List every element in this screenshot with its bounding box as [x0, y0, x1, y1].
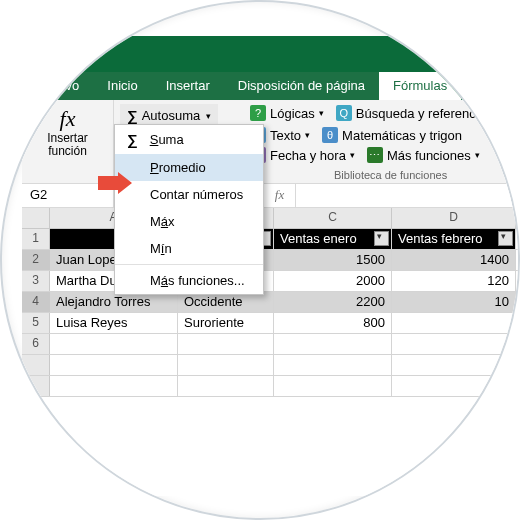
table-row: 3 Martha Duarte Sur 2000 120 [22, 271, 520, 292]
tab-archivo[interactable]: Archivo [22, 72, 93, 100]
insert-function-group[interactable]: fx Insertar función [22, 100, 114, 183]
col-head-c[interactable]: C [274, 208, 392, 228]
math-icon: θ [322, 127, 338, 143]
tab-insertar[interactable]: Insertar [152, 72, 224, 100]
excel-window: Archivo Inicio Insertar Disposición de p… [22, 36, 520, 496]
insert-function-label2: función [22, 145, 113, 158]
menu-promedio[interactable]: Promedio [115, 154, 263, 181]
table-row [22, 376, 520, 397]
row-head-1[interactable]: 1 [22, 229, 50, 249]
menu-suma[interactable]: ∑Suma [115, 125, 263, 154]
cell[interactable] [178, 334, 274, 354]
math-button[interactable]: θMatemáticas y trigon [322, 127, 462, 143]
row-head[interactable]: 2 [22, 250, 50, 270]
fx-small-icon[interactable]: fx [264, 184, 296, 207]
cell[interactable]: Luisa Reyes [50, 313, 178, 333]
row-head[interactable] [22, 355, 50, 375]
menu-contar[interactable]: Contar números [115, 181, 263, 208]
cell[interactable]: 2000 [274, 271, 392, 291]
cell[interactable]: Occidente [178, 292, 274, 312]
table-row: 4 Alejandro Torres Occidente 2200 10 [22, 292, 520, 313]
menu-min[interactable]: Mín [115, 235, 263, 262]
cell[interactable]: 1400 [392, 250, 516, 270]
cell[interactable]: 10 [392, 292, 516, 312]
title-bar [22, 36, 520, 72]
tab-formulas[interactable]: Fórmulas [379, 72, 461, 100]
row-head[interactable]: 4 [22, 292, 50, 312]
svg-marker-0 [98, 172, 132, 194]
spreadsheet-grid: A B C D 1 Ventas enero Ventas febrero 2 … [22, 208, 520, 397]
menu-max[interactable]: Máx [115, 208, 263, 235]
header-cell[interactable]: Ventas febrero [392, 229, 516, 249]
header-cell[interactable]: Ventas enero [274, 229, 392, 249]
row-head[interactable]: 5 [22, 313, 50, 333]
library-label: Biblioteca de funciones [334, 169, 447, 181]
tab-disposicion[interactable]: Disposición de página [224, 72, 379, 100]
formula-bar-row: G2 fx [22, 184, 520, 208]
lookup-button[interactable]: QBúsqueda y referencia [336, 105, 486, 121]
pointer-arrow-icon [98, 172, 132, 194]
table-row: 6 [22, 334, 520, 355]
ribbon-tabs: Archivo Inicio Insertar Disposición de p… [22, 72, 520, 100]
row-head[interactable]: 3 [22, 271, 50, 291]
sigma-icon: ∑ [127, 107, 138, 124]
fx-icon: fx [22, 106, 113, 132]
select-all-corner[interactable] [22, 208, 50, 228]
formula-bar[interactable] [296, 184, 520, 207]
cell[interactable]: 2200 [274, 292, 392, 312]
cell[interactable] [392, 334, 516, 354]
filter-icon[interactable] [374, 231, 389, 246]
table-header-row: 1 Ventas enero Ventas febrero [22, 229, 520, 250]
more-icon: ⋯ [367, 147, 383, 163]
more-functions-button[interactable]: ⋯Más funciones▾ [367, 147, 480, 163]
logic-icon: ? [250, 105, 266, 121]
autosum-dropdown: ∑Suma Promedio Contar números Máx Mín Má… [114, 124, 264, 295]
tab-inicio[interactable]: Inicio [93, 72, 151, 100]
table-row: 2 Juan Lopez Norte 1500 1400 [22, 250, 520, 271]
lookup-icon: Q [336, 105, 352, 121]
table-row: 5 Luisa Reyes Suroriente 800 [22, 313, 520, 334]
filter-icon[interactable] [498, 231, 513, 246]
cell[interactable] [274, 334, 392, 354]
date-button[interactable]: ◷Fecha y hora▾ [250, 147, 355, 163]
col-head-d[interactable]: D [392, 208, 516, 228]
cell[interactable] [392, 313, 516, 333]
cell[interactable] [50, 334, 178, 354]
menu-mas-funciones[interactable]: Más funciones... [115, 267, 263, 294]
autosum-label: Autosuma [142, 108, 201, 123]
cell[interactable]: Suroriente [178, 313, 274, 333]
cell[interactable]: 120 [392, 271, 516, 291]
menu-separator [115, 264, 263, 265]
cell[interactable]: Alejandro Torres [50, 292, 178, 312]
logic-button[interactable]: ?Lógicas▾ [250, 105, 324, 121]
chevron-down-icon: ▾ [206, 111, 211, 121]
cell[interactable]: 800 [274, 313, 392, 333]
cell[interactable]: 1500 [274, 250, 392, 270]
row-head[interactable]: 6 [22, 334, 50, 354]
ribbon: fx Insertar función ∑ Autosuma ▾ ?Lógica… [22, 100, 520, 184]
tab-datos[interactable]: Da [461, 72, 506, 100]
table-row [22, 355, 520, 376]
row-head[interactable] [22, 376, 50, 396]
sigma-icon: ∑ [127, 131, 138, 148]
